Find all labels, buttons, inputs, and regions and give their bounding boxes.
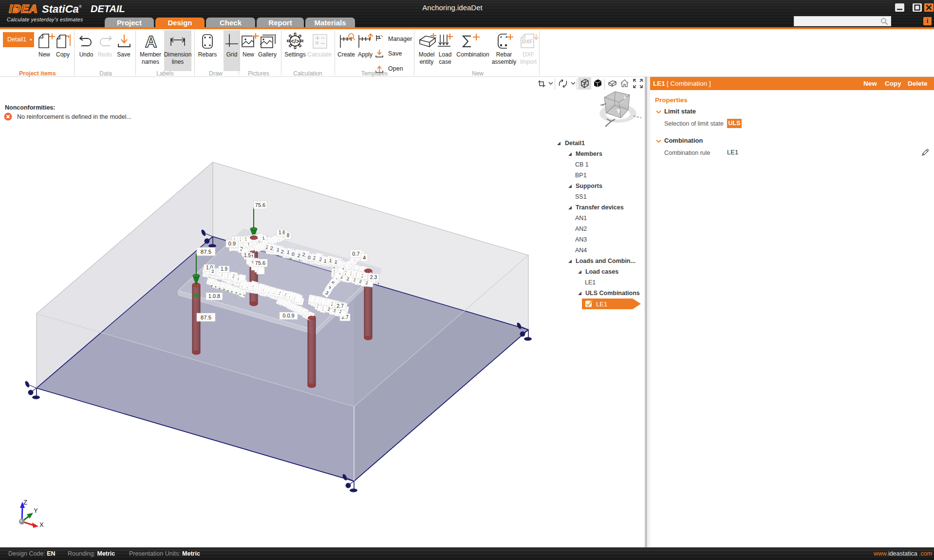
svg-text:0.7: 0.7 <box>352 251 359 257</box>
svg-text:</>: </> <box>291 38 299 45</box>
svg-text:StatiCa: StatiCa <box>42 3 79 15</box>
svg-text:1.0.8: 1.0.8 <box>208 293 220 299</box>
svg-text:DETAIL: DETAIL <box>91 3 125 14</box>
svg-text:0.0.9: 0.0.9 <box>282 313 294 318</box>
svg-text:87.5: 87.5 <box>201 315 211 320</box>
svg-text:1.5: 1.5 <box>244 253 251 258</box>
svg-text:75.6: 75.6 <box>255 202 265 208</box>
svg-text:2.3: 2.3 <box>370 274 377 280</box>
svg-text:0.9: 0.9 <box>228 241 236 246</box>
svg-text:87.5: 87.5 <box>201 249 211 255</box>
svg-text:A: A <box>145 32 157 50</box>
svg-text:®: ® <box>79 4 82 9</box>
svg-text:DXF: DXF <box>522 38 533 44</box>
svg-text:75.6: 75.6 <box>255 260 265 266</box>
svg-text:LE1: LE1 <box>596 300 607 308</box>
svg-text:8: 8 <box>287 233 290 238</box>
svg-text:1.6: 1.6 <box>279 230 285 235</box>
svg-text:4: 4 <box>363 255 366 261</box>
svg-text:2: 2 <box>211 268 214 274</box>
svg-text:IDEA: IDEA <box>8 2 39 15</box>
svg-text:Z: Z <box>23 499 27 506</box>
svg-text:2.7: 2.7 <box>336 303 344 309</box>
svg-text:1.9: 1.9 <box>221 266 227 272</box>
svg-text:Y: Y <box>34 507 38 514</box>
svg-text:X: X <box>39 521 44 528</box>
